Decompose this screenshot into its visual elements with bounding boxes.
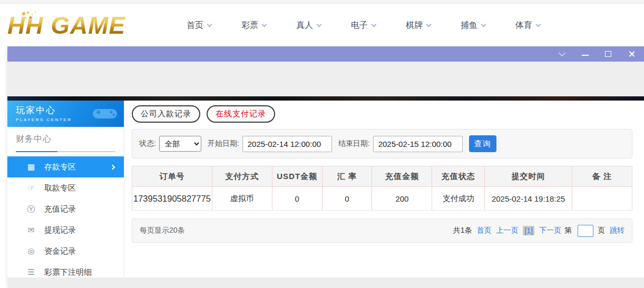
pager: 共1条 首页 上一页 [1] 下一页 第 页 跳转 [453, 225, 625, 237]
jump-button[interactable]: 跳转 [610, 226, 625, 235]
start-date-input[interactable] [242, 136, 332, 152]
jump-prefix-text: 第 [564, 226, 572, 235]
sidebar-item-label: 存款专区 [44, 162, 76, 172]
chevron-right-icon [110, 164, 115, 170]
chevron-down-icon [317, 22, 322, 27]
maximize-icon [605, 51, 611, 57]
total-count-text: 共1条 [453, 226, 472, 235]
nav-item-sports[interactable]: 体育 [515, 20, 540, 31]
sidebar-item-deposit-zone[interactable]: ▦ 存款专区 [7, 156, 124, 177]
nav-item-lottery[interactable]: 彩票 [241, 20, 266, 31]
section-underline [16, 151, 115, 152]
money-bag-icon: Ⓨ [26, 204, 36, 214]
window-collapse-button[interactable] [557, 50, 567, 58]
chevron-down-icon [207, 22, 212, 27]
finance-center-section: 财务中心 [7, 127, 124, 152]
tab-online-payment-records[interactable]: 在线支付记录 [207, 105, 275, 123]
window-close-button[interactable] [626, 50, 637, 58]
wallet-icon: ✉ [26, 225, 36, 235]
sidebar-menu: ▦ 存款专区 ☞ 取款专区 Ⓨ 充值记录 ✉ 提现记录 ◎ [7, 156, 124, 283]
brand-logo[interactable]: HH GAME [7, 13, 150, 37]
tab-company-deposit-records[interactable]: 公司入款记录 [132, 105, 200, 123]
sidebar-item-lottery-bet-details[interactable]: ☰ 彩票下注明细 [7, 262, 124, 283]
nav-item-fishing[interactable]: 捕鱼 [461, 20, 485, 31]
cell-remark [572, 187, 632, 211]
main-nav: 首页 彩票 真人 电子 棋牌 捕鱼 体育 [187, 20, 540, 31]
deposit-card-icon: ▦ [26, 162, 36, 172]
minimize-icon [582, 55, 589, 56]
col-usdt-amount: USDT金额 [272, 166, 322, 187]
status-label: 状态: [139, 139, 156, 148]
nav-item-home[interactable]: 首页 [187, 20, 211, 31]
chevron-down-icon [372, 22, 377, 27]
jump-suffix-text: 页 [598, 226, 605, 235]
cell-recharge-status: 支付成功 [432, 187, 485, 211]
cell-usdt-amount: 0 [272, 187, 322, 211]
prev-page-link[interactable]: 上一页 [496, 226, 518, 235]
cell-payment-method: 虚拟币 [212, 187, 272, 211]
funds-coin-icon: ◎ [26, 246, 36, 256]
close-icon [628, 51, 635, 57]
payment-records-table: 订单号 支付方式 USDT金额 汇 率 充值金额 充值状态 提交时间 备 注 1… [132, 166, 632, 211]
window-minimize-button[interactable] [580, 50, 590, 58]
bet-list-icon: ☰ [26, 267, 36, 277]
sidebar-item-label: 资金记录 [44, 246, 76, 256]
finance-center-label: 财务中心 [16, 134, 115, 151]
pagination-panel: 每页显示20条 共1条 首页 上一页 [1] 下一页 第 页 跳转 [132, 219, 632, 243]
cell-order-no: 1739531905827775 [132, 187, 212, 211]
next-page-link[interactable]: 下一页 [539, 226, 561, 235]
sidebar-item-withdraw-zone[interactable]: ☞ 取款专区 [7, 177, 124, 198]
col-recharge-status: 充值状态 [432, 166, 485, 187]
chevron-down-icon [262, 22, 267, 27]
chevron-down-icon [426, 22, 432, 27]
workspace-blank-area [7, 62, 644, 96]
sidebar-item-label: 彩票下注明细 [44, 267, 92, 277]
content-area: 公司入款记录 在线支付记录 状态: 全部 开始日期: 结束日期: 查询 [124, 101, 644, 277]
page-jump-input[interactable] [578, 225, 593, 237]
start-date-label: 开始日期: [208, 139, 239, 148]
cell-submit-time: 2025-02-14 19:18:25 [485, 187, 572, 211]
sidebar-item-label: 取款专区 [44, 183, 76, 193]
search-button[interactable]: 查询 [469, 135, 496, 152]
sidebar-item-withdrawal-records[interactable]: ✉ 提现记录 [7, 220, 124, 241]
first-page-link[interactable]: 首页 [476, 226, 491, 235]
col-order-no: 订单号 [132, 166, 212, 187]
end-date-input[interactable] [373, 136, 463, 152]
sidebar-item-label: 充值记录 [44, 204, 76, 214]
withdraw-hand-icon: ☞ [26, 183, 36, 193]
sidebar-item-recharge-records[interactable]: Ⓨ 充值记录 [7, 198, 124, 220]
gamepad-icon [91, 104, 119, 125]
filter-panel: 状态: 全部 开始日期: 结束日期: 查询 [132, 129, 632, 158]
nav-item-live[interactable]: 真人 [296, 20, 321, 31]
table-row: 1739531905827775 虚拟币 0 0 200 支付成功 2025-0… [132, 187, 632, 211]
players-center-header: 玩家中心 PLAYERS CENTER [7, 101, 124, 127]
record-tabs: 公司入款记录 在线支付记录 [132, 105, 632, 123]
page-top-strip [0, 0, 644, 4]
sidebar-item-label: 提现记录 [44, 225, 76, 235]
nav-item-slots[interactable]: 电子 [351, 20, 376, 31]
window-maximize-button[interactable] [603, 50, 613, 58]
col-payment-method: 支付方式 [212, 166, 272, 187]
banner-divider-strip [7, 96, 644, 101]
sidebar-item-funds-records[interactable]: ◎ 资金记录 [7, 241, 124, 262]
chevron-down-icon [536, 22, 541, 27]
logo-text: HH GAME [7, 13, 125, 37]
col-remark: 备 注 [572, 166, 632, 187]
cell-exchange-rate: 0 [322, 187, 372, 211]
sidebar: 玩家中心 PLAYERS CENTER 财务中心 ▦ [7, 101, 124, 277]
chevron-down-icon [559, 49, 565, 56]
end-date-label: 结束日期: [338, 139, 370, 148]
app-window: 玩家中心 PLAYERS CENTER 财务中心 ▦ [7, 46, 644, 288]
table-header-row: 订单号 支付方式 USDT金额 汇 率 充值金额 充值状态 提交时间 备 注 [132, 166, 632, 187]
chevron-down-icon [481, 22, 486, 27]
col-submit-time: 提交时间 [485, 166, 572, 187]
site-header: HH GAME 首页 彩票 真人 电子 棋牌 捕鱼 体育 [0, 4, 644, 46]
window-titlebar [7, 46, 644, 62]
col-recharge-amount: 充值金额 [372, 166, 432, 187]
nav-item-cards[interactable]: 棋牌 [406, 20, 431, 31]
status-select[interactable]: 全部 [159, 136, 201, 152]
page-size-text: 每页显示20条 [140, 226, 185, 235]
logo-sparkle-decoration [22, 12, 25, 15]
col-exchange-rate: 汇 率 [322, 166, 372, 187]
cell-recharge-amount: 200 [372, 187, 432, 211]
